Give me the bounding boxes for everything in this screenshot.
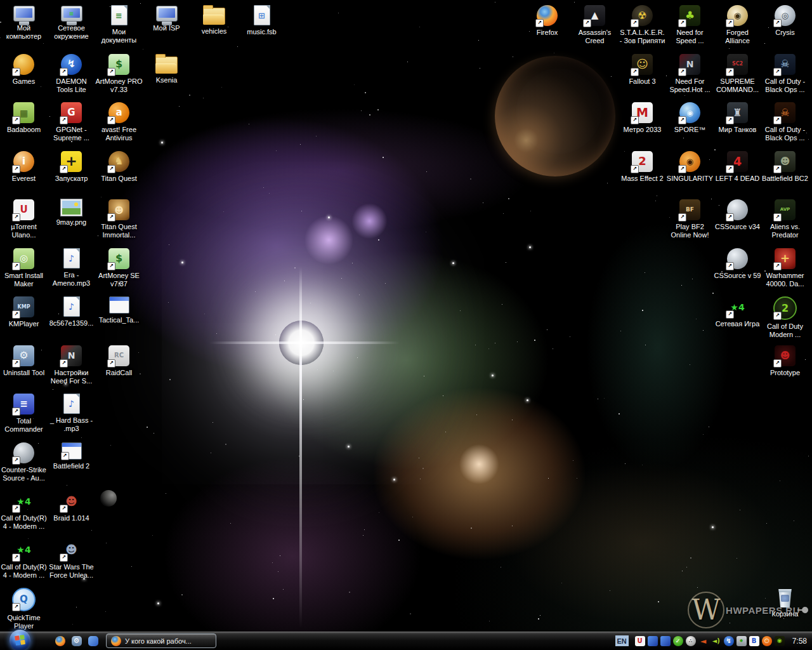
desktop-icon-cod4-modern-2[interactable]: ★4↗Call of Duty(R) 4 - Modern ... <box>0 540 48 580</box>
desktop-icon-era-ameno-mp3[interactable]: ♪Era - Ameno.mp3 <box>48 248 95 288</box>
quick-launch: ⚙ <box>55 635 98 646</box>
daemon-tools-lite-icon: ↯↗ <box>61 54 82 75</box>
task-button-firefox[interactable]: У кого какой рабоч... <box>106 633 216 648</box>
desktop-icon-zapuskatr[interactable]: +↗Запускатр <box>48 151 95 183</box>
desktop-icon-avast-free-antivirus[interactable]: a↗avast! Free Antivirus <box>95 102 143 142</box>
desktop-icon-aliens-vs-predator[interactable]: AVP↗Aliens vs. Predator <box>761 199 809 239</box>
desktop-icon-9may-png[interactable]: 9may.png <box>48 199 95 227</box>
b-app-tray-icon[interactable]: B <box>749 636 759 646</box>
network-tray-1-icon[interactable] <box>648 636 658 646</box>
volume-tray-icon[interactable]: ◄) <box>711 636 721 646</box>
usb-eject-tray-icon[interactable]: • <box>737 636 747 646</box>
desktop-icon-everest[interactable]: i↗Everest <box>0 151 48 183</box>
desktop-icon-games[interactable]: ↗Games <box>0 54 48 86</box>
desktop-icon-firefox[interactable]: ↗Firefox <box>523 5 571 37</box>
desktop-icon-ksenia-folder[interactable]: Ksenia <box>143 54 190 84</box>
battlefield-bc2-icon: ☻↗ <box>775 151 796 172</box>
antivirus-check-tray-icon[interactable]: ✓ <box>673 636 683 646</box>
desktop-icon-cod-black-ops-2[interactable]: ☠↗Call of Duty - Black Ops ... <box>761 102 809 142</box>
desktop-icon-need-for-speed[interactable]: ♣↗Need for Speed ... <box>666 5 714 45</box>
network-tray-2-icon[interactable] <box>660 636 671 646</box>
muted-speaker-tray-icon[interactable]: ◄ <box>698 636 709 646</box>
desktop-icon-kmplayer[interactable]: KMP↗KMPlayer <box>0 296 48 328</box>
singularity-icon: ◉↗ <box>679 151 700 172</box>
language-indicator[interactable]: EN <box>615 635 629 646</box>
desktop-icon-mp3-file-8c567e1359[interactable]: ♪8c567e1359... <box>48 296 95 328</box>
task-button-label: У кого какой рабоч... <box>125 637 192 645</box>
desktop-icon-left-4-dead[interactable]: 4↗LEFT 4 DEAD <box>714 151 761 183</box>
desktop-icon-supreme-commander-2[interactable]: SC2↗SUPREME COMMAND... <box>714 54 761 94</box>
desktop-icon-smart-install-maker[interactable]: ◎↗Smart Install Maker <box>0 248 48 288</box>
desktop-icon-mass-effect-2[interactable]: 2↗Mass Effect 2 <box>619 151 666 183</box>
desktop-icon-battlefield-bc2[interactable]: ☻↗Battlefield BC2 <box>761 151 809 183</box>
desktop-icon-world-of-tanks[interactable]: ♜↗Мир Танков <box>714 102 761 134</box>
metro-2033-icon: M↗ <box>632 102 653 123</box>
nvidia-tray-icon[interactable]: ◉ <box>775 636 785 646</box>
shortcut-arrow-icon: ↗ <box>12 505 20 513</box>
desktop-icon-fallout-3[interactable]: ☺↗Fallout 3 <box>619 54 666 86</box>
desktop-icon-vehicles-folder[interactable]: vehicles <box>190 5 238 36</box>
world-of-tanks-icon: ♜↗ <box>727 102 748 123</box>
desktop-icon-setevaya-igra[interactable]: ★4↗Сетевая Игра <box>714 296 761 328</box>
desktop-icon-braid[interactable]: ☻↗Braid 1.014 <box>48 491 95 522</box>
desktop-icon-recycle-bin[interactable]: Корзина <box>761 588 809 618</box>
desktop-icon-cod-modern-2[interactable]: 2↗Call of Duty Modern ... <box>761 296 809 339</box>
desktop-icon-cod-black-ops-1[interactable]: ☠↗Call of Duty - Black Ops ... <box>761 54 809 94</box>
desktop-icon-total-commander[interactable]: ≡↗Total Commander <box>0 394 48 434</box>
desktop-icon-uninstall-tool[interactable]: ⚙↗Uninstall Tool <box>0 345 48 377</box>
desktop-icon-battlefield-2[interactable]: ↗Battlefield 2 <box>48 442 95 470</box>
desktop-icon-artmoney-se[interactable]: $↗ArtMoney SE v7.37 <box>95 248 143 288</box>
quicklaunch-firefox-icon[interactable] <box>55 635 65 646</box>
desktop-icon-music-fsb-file[interactable]: ⊞music.fsb <box>238 5 285 36</box>
desktop-icon-star-wars-force-unleashed[interactable]: ☻↗Star Wars The Force Unlea... <box>48 540 95 580</box>
desktop-icon-counter-strike-source[interactable]: ↗Counter-Strike Source - Au... <box>0 442 48 482</box>
raidcall-ball-tray-icon[interactable]: ∴ <box>686 636 696 646</box>
desktop-icon-gpgnet-supreme[interactable]: G↗GPGNet - Supreme ... <box>48 102 95 142</box>
desktop-icon-play-bf2-online[interactable]: BF↗Play BF2 Online Now! <box>666 199 714 239</box>
desktop-icon-titan-quest[interactable]: ♞↗Titan Quest <box>95 151 143 183</box>
desktop-icon-stalker-zov-pripyati[interactable]: ☢↗S.T.A.L.K.E.R. - Зов Припяти <box>619 5 666 45</box>
shortcut-arrow-icon: ↗ <box>678 68 686 76</box>
start-button[interactable] <box>10 630 30 650</box>
windows-logo-icon <box>15 635 25 646</box>
desktop-icon-badaboom[interactable]: ▦↗Badaboom <box>0 102 48 134</box>
desktop-icon-daemon-tools-lite[interactable]: ↯↗DAEMON Tools Lite <box>48 54 95 94</box>
quicktime-player-icon: Q↗ <box>12 588 36 611</box>
shortcut-arrow-icon: ↗ <box>726 19 734 27</box>
desktop-icon-label: Titan Quest Immortal... <box>95 223 143 239</box>
desktop-icon-assassins-creed[interactable]: ▲↗Assassin's Creed <box>571 5 619 45</box>
desktop-icon-quicktime-player[interactable]: Q↗QuickTime Player <box>0 588 48 630</box>
desktop-icon-artmoney-pro[interactable]: $↗ArtMoney PRO v7.33 <box>95 54 143 94</box>
desktop-icon-my-isp[interactable]: Мой ISP <box>143 5 190 32</box>
desktop-icon-need-for-speed-hot[interactable]: N↗Need For Speed.Hot ... <box>666 54 714 94</box>
desktop-icon-tactical-file[interactable]: Tactical_Ta... <box>95 296 143 324</box>
taskbar-clock[interactable]: 7:58 <box>792 637 807 646</box>
desktop-icon-cssource-v59[interactable]: ↗CSSource v 59 <box>714 248 761 280</box>
desktop-icon-metro-2033[interactable]: M↗Метро 2033 <box>619 102 666 134</box>
desktop-icon-raidcall[interactable]: RC↗RaidCall <box>95 345 143 377</box>
desktop-icon-crysis[interactable]: ◎↗Crysis <box>761 5 809 37</box>
desktop-icon-my-documents[interactable]: ≡Мои документы <box>95 5 143 44</box>
desktop-icon-spore[interactable]: ◉↗SPORE™ <box>666 102 714 134</box>
quicklaunch-show-desktop-icon[interactable] <box>88 635 98 646</box>
desktop-icon-label: Badaboom <box>7 126 41 134</box>
desktop-icon-singularity[interactable]: ◉↗SINGULARITY <box>666 151 714 183</box>
desktop-icon-forged-alliance[interactable]: ◉↗Forged Alliance <box>714 5 761 45</box>
desktop-icon-my-computer[interactable]: Мой компьютер <box>0 5 48 41</box>
desktop-icon-cssource-v34[interactable]: ↗CSSource v34 <box>714 199 761 231</box>
utorrent-tray-icon[interactable]: U <box>635 636 645 646</box>
desktop-icon-hard-bass-mp3[interactable]: ♪_ Hard Bass - .mp3 <box>48 394 95 433</box>
desktop-icon-cod4-modern-1[interactable]: ★4↗Call of Duty(R) 4 - Modern ... <box>0 491 48 531</box>
mp3-file-8c567e1359-icon: ♪ <box>63 296 80 317</box>
daemon-tools-tray-icon[interactable]: ↯ <box>724 636 734 646</box>
quicklaunch-uninstall-tool-icon[interactable]: ⚙ <box>71 635 82 646</box>
desktop-icon-warhammer-40000[interactable]: +↗Warhammer 40000. Da... <box>761 248 809 288</box>
avast-orange-tray-icon[interactable]: ○ <box>762 636 772 646</box>
desktop-icon-titan-quest-immortal[interactable]: ☻↗Titan Quest Immortal... <box>95 199 143 239</box>
desktop-icon-network-places[interactable]: ≡Сетевое окружение <box>48 5 95 41</box>
desktop-icon-label: _ Hard Bass - .mp3 <box>48 416 95 433</box>
shortcut-arrow-icon: ↗ <box>60 554 68 562</box>
desktop-icon-prototype[interactable]: ☻↗Prototype <box>761 345 809 377</box>
desktop-icon-utorrent-ulano[interactable]: U↗µTorrent Ulano... <box>0 199 48 239</box>
desktop-icon-nfs-settings[interactable]: N↗Настройки Need For S... <box>48 345 95 385</box>
